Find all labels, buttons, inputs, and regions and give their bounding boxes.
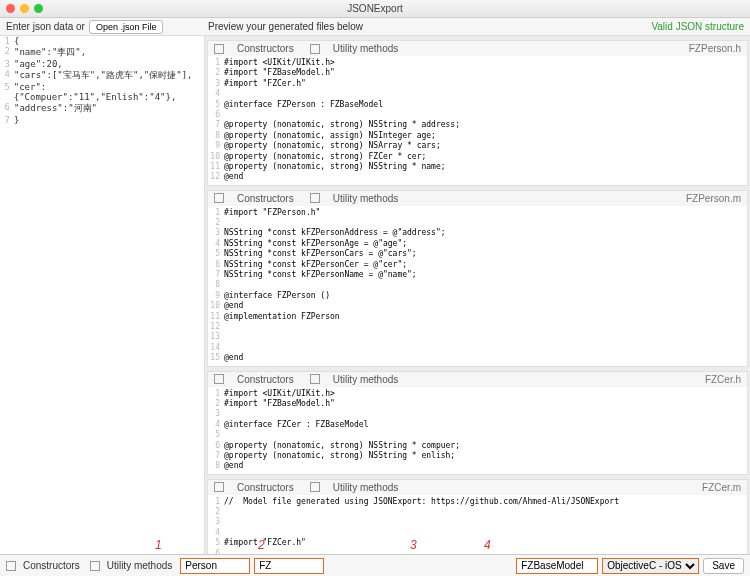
marker-2: 2 (258, 538, 265, 552)
file-name: FZPerson.h (689, 43, 741, 54)
constructors-checkbox[interactable] (214, 193, 224, 203)
constructors-checkbox[interactable] (6, 561, 16, 571)
constructors-label: Constructors (237, 43, 294, 54)
utility-label: Utility methods (333, 374, 399, 385)
marker-1: 1 (155, 538, 162, 552)
json-input-area[interactable]: 1{2"name":"李四",3"age":20,4"cars":["宝马车",… (0, 36, 205, 554)
open-json-button[interactable]: Open .json File (89, 20, 164, 34)
marker-3: 3 (410, 538, 417, 552)
constructors-label: Constructors (237, 374, 294, 385)
title-bar: JSONExport (0, 0, 750, 18)
constructors-checkbox[interactable] (214, 482, 224, 492)
toolbar: Enter json data or Open .json File Previ… (0, 18, 750, 36)
file-block: ConstructorsUtility methodsFZCer.m1// Mo… (207, 479, 748, 554)
code-area[interactable]: 1#import <UIKit/UIKit.h>2#import "FZBase… (208, 387, 747, 474)
utility-checkbox[interactable] (310, 482, 320, 492)
base-class-input[interactable] (516, 558, 598, 574)
preview-label: Preview your generated files below (208, 21, 363, 32)
footer-bar: Constructors Utility methods ObjectiveC … (0, 554, 750, 576)
utility-label: Utility methods (333, 193, 399, 204)
file-name: FZCer.m (702, 482, 741, 493)
file-block: ConstructorsUtility methodsFZPerson.m1#i… (207, 190, 748, 367)
code-area[interactable]: 1#import "FZPerson.h"23NSString *const k… (208, 206, 747, 366)
class-name-input[interactable] (180, 558, 250, 574)
file-block: ConstructorsUtility methodsFZCer.h1#impo… (207, 371, 748, 475)
utility-checkbox[interactable] (310, 374, 320, 384)
prefix-input[interactable] (254, 558, 324, 574)
constructors-label: Constructors (237, 193, 294, 204)
constructors-label: Constructors (237, 482, 294, 493)
constructors-checkbox[interactable] (214, 44, 224, 54)
language-select[interactable]: ObjectiveC - iOS (602, 558, 699, 574)
utility-checkbox[interactable] (90, 561, 100, 571)
preview-area: ConstructorsUtility methodsFZPerson.h1#i… (205, 36, 750, 554)
file-name: FZPerson.m (686, 193, 741, 204)
marker-4: 4 (484, 538, 491, 552)
file-name: FZCer.h (705, 374, 741, 385)
utility-checkbox[interactable] (310, 193, 320, 203)
utility-label: Utility methods (107, 560, 173, 571)
code-area[interactable]: 1#import <UIKit/UIKit.h>2#import "FZBase… (208, 56, 747, 185)
utility-label: Utility methods (333, 43, 399, 54)
constructors-label: Constructors (23, 560, 80, 571)
file-block: ConstructorsUtility methodsFZPerson.h1#i… (207, 40, 748, 186)
constructors-checkbox[interactable] (214, 374, 224, 384)
valid-json-label: Valid JSON structure (651, 21, 744, 32)
save-button[interactable]: Save (703, 558, 744, 574)
utility-checkbox[interactable] (310, 44, 320, 54)
window-title: JSONExport (0, 3, 750, 14)
utility-label: Utility methods (333, 482, 399, 493)
enter-json-label: Enter json data or (6, 21, 85, 32)
code-area[interactable]: 1// Model file generated using JSONExpor… (208, 495, 747, 554)
